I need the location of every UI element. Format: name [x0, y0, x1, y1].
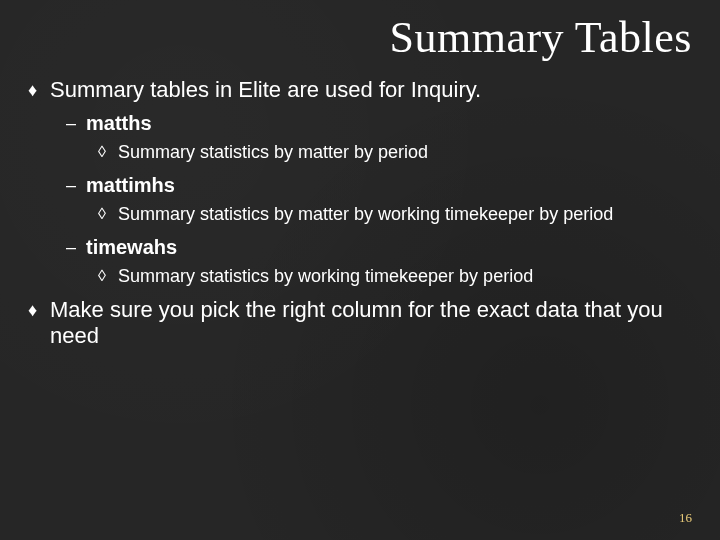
list-item-text: Summary tables in Elite are used for Inq… [50, 77, 692, 103]
diamond-icon: ♦ [28, 297, 50, 323]
list-item: – mattimhs [66, 173, 692, 197]
list-item-text: Summary statistics by working timekeeper… [118, 265, 692, 287]
list-item: ◊ Summary statistics by matter by workin… [98, 203, 692, 225]
lozenge-icon: ◊ [98, 141, 118, 163]
lozenge-icon: ◊ [98, 265, 118, 287]
dash-icon: – [66, 111, 86, 135]
list-item-text: Make sure you pick the right column for … [50, 297, 692, 349]
list-item: ◊ Summary statistics by matter by period [98, 141, 692, 163]
list-item-text: Summary statistics by matter by working … [118, 203, 692, 225]
dash-icon: – [66, 173, 86, 197]
list-item-text: timewahs [86, 235, 692, 259]
dash-icon: – [66, 235, 86, 259]
slide-title: Summary Tables [28, 12, 692, 63]
lozenge-icon: ◊ [98, 203, 118, 225]
page-number: 16 [679, 510, 692, 526]
list-item: ♦ Summary tables in Elite are used for I… [28, 77, 692, 103]
list-item: – matths [66, 111, 692, 135]
list-item-text: matths [86, 111, 692, 135]
list-item: ◊ Summary statistics by working timekeep… [98, 265, 692, 287]
diamond-icon: ♦ [28, 77, 50, 103]
slide-body: ♦ Summary tables in Elite are used for I… [28, 77, 692, 349]
list-item-text: Summary statistics by matter by period [118, 141, 692, 163]
list-item: – timewahs [66, 235, 692, 259]
list-item: ♦ Make sure you pick the right column fo… [28, 297, 692, 349]
list-item-text: mattimhs [86, 173, 692, 197]
slide: Summary Tables ♦ Summary tables in Elite… [0, 0, 720, 540]
